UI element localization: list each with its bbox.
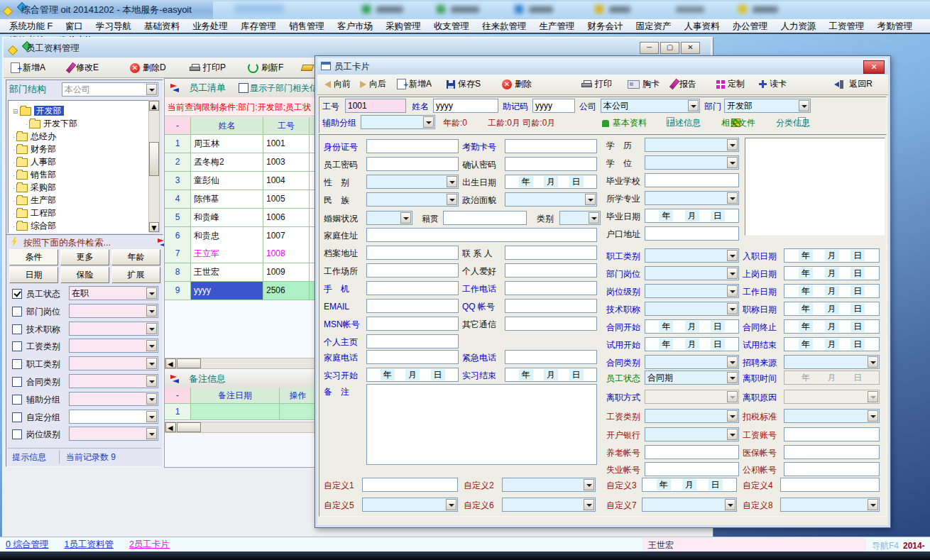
employee-name-cell[interactable]: 王立军 — [191, 245, 263, 263]
filter-select-员工状态[interactable]: 在职 — [69, 286, 158, 300]
remark-textarea[interactable] — [366, 384, 597, 465]
toolbar-button-1[interactable]: 新增A — [11, 60, 45, 75]
idno-input[interactable] — [366, 139, 459, 153]
emergphone-input[interactable] — [505, 350, 597, 364]
filter-select-技术职称[interactable] — [69, 322, 158, 336]
trialstart-datefield[interactable]: 年月日 — [645, 337, 739, 351]
filter-checkbox-自定分组[interactable] — [12, 412, 22, 422]
salaryacct-input[interactable] — [784, 427, 880, 441]
hukou-input[interactable] — [645, 226, 739, 241]
c6-select[interactable] — [502, 498, 596, 512]
workdate-datefield[interactable]: 年月日 — [784, 284, 880, 298]
row-number[interactable]: 6 — [165, 227, 191, 246]
filter-button-保险[interactable]: 保险 — [60, 267, 109, 283]
row-number[interactable]: 4 — [165, 190, 191, 209]
chevron-down-icon[interactable] — [146, 323, 157, 334]
employee-name-cell[interactable]: 陈伟基 — [191, 190, 263, 209]
employee-name-cell[interactable]: 和贵忠 — [191, 227, 263, 246]
tree-item[interactable]: ·生产部 — [13, 194, 56, 206]
homepage-input[interactable] — [366, 334, 459, 348]
menu-item[interactable]: 库存管理 — [234, 19, 283, 33]
row-number[interactable]: 7 — [165, 245, 191, 263]
trialend-datefield[interactable]: 年月日 — [784, 337, 880, 351]
row-number[interactable]: 8 — [165, 263, 191, 282]
tree-item[interactable]: ·总经办 — [13, 131, 56, 142]
filter-select-工资类别[interactable] — [69, 339, 158, 353]
notes-hscroll[interactable]: ◄ — [165, 422, 317, 433]
scroll-up-button[interactable]: ▲ — [149, 101, 159, 111]
graddate-datefield[interactable]: 年月日 — [645, 209, 739, 223]
task-item[interactable]: 0 综合管理 — [6, 539, 48, 551]
attno-input[interactable] — [505, 139, 597, 153]
chevron-down-icon[interactable] — [146, 340, 157, 351]
workphone-input[interactable] — [505, 281, 597, 295]
c8-select[interactable] — [780, 498, 880, 512]
employee-hscroll[interactable]: ◄ — [165, 358, 317, 369]
note-date-cell[interactable] — [191, 404, 280, 420]
hobby-input[interactable] — [505, 263, 597, 278]
task-item[interactable]: 2员工卡片 — [129, 539, 170, 551]
menu-item[interactable]: 系统功能 F — [3, 19, 59, 33]
chevron-down-icon[interactable] — [727, 356, 738, 368]
hiredate-datefield[interactable]: 年月日 — [784, 248, 880, 263]
employee-id-cell[interactable]: 1009 — [263, 263, 310, 282]
filter-button-扩展[interactable]: 扩展 — [111, 267, 160, 283]
email-input[interactable] — [366, 299, 459, 313]
employee-id-cell[interactable]: 1001 — [263, 135, 310, 153]
contractend-datefield[interactable]: 年月日 — [784, 319, 880, 334]
contracttype-select[interactable] — [645, 355, 739, 369]
employee-name-cell[interactable]: 和贵峰 — [191, 209, 263, 227]
chevron-down-icon[interactable] — [727, 429, 738, 440]
filter-checkbox-合同类别[interactable] — [12, 377, 22, 387]
employee-name-cell[interactable]: 周玉林 — [191, 135, 263, 153]
filter-select-部门岗位[interactable] — [69, 304, 158, 318]
task-item[interactable]: 1员工资料管 — [64, 539, 113, 551]
filter-button-年龄[interactable]: 年龄 — [111, 249, 160, 265]
toolbar-button-4[interactable]: 打印P — [190, 60, 226, 75]
filter-button-日期[interactable]: 日期 — [9, 267, 58, 283]
filter-select-辅助分组[interactable] — [69, 392, 158, 406]
row-number[interactable]: 2 — [165, 153, 191, 172]
internstart-datefield[interactable]: 年月日 — [366, 368, 459, 382]
chevron-down-icon[interactable] — [146, 358, 157, 369]
close-window-button[interactable]: ✕ — [681, 42, 700, 54]
employee-id-cell[interactable]: 1008 — [263, 245, 310, 263]
employee-name-cell[interactable]: 孟冬梅2 — [191, 153, 263, 172]
employee-id-cell[interactable]: 1006 — [263, 209, 310, 227]
filter-checkbox-部门岗位[interactable] — [12, 307, 22, 317]
menu-item[interactable]: 固定资产 — [630, 19, 678, 33]
employee-name-cell[interactable]: 童彭仙 — [191, 172, 263, 190]
menu-item[interactable]: 客户市场 — [331, 19, 379, 33]
filter-checkbox-工资类别[interactable] — [12, 341, 22, 351]
chevron-down-icon[interactable] — [146, 428, 157, 439]
toolbar-button-3[interactable]: ✕删除D — [130, 60, 166, 75]
filter-checkbox-职工类别[interactable] — [12, 359, 22, 369]
chevron-down-icon[interactable] — [146, 393, 157, 405]
major-select[interactable] — [645, 191, 739, 205]
chevron-down-icon[interactable] — [868, 499, 878, 510]
birthdate-datefield[interactable]: 年月日 — [505, 175, 597, 189]
restore-button[interactable]: ▢ — [660, 42, 679, 54]
employee-id-cell[interactable]: 1003 — [263, 153, 310, 172]
chevron-down-icon[interactable] — [447, 176, 457, 187]
othercomm-input[interactable] — [505, 317, 597, 331]
menu-item[interactable]: 业务处理 — [186, 19, 234, 33]
workplace-input[interactable] — [366, 263, 459, 278]
chevron-down-icon[interactable] — [727, 372, 738, 383]
contact-input[interactable] — [505, 246, 597, 260]
taxstd-select[interactable] — [784, 409, 880, 423]
salarytype-select[interactable] — [645, 409, 739, 423]
gender-select[interactable] — [366, 175, 459, 189]
category-select[interactable] — [559, 211, 601, 225]
toolbar-button-2[interactable]: 修改E — [69, 60, 99, 75]
scroll-left-button[interactable]: ◄ — [165, 422, 176, 432]
filter-select-岗位级别[interactable] — [69, 427, 158, 441]
chevron-down-icon[interactable] — [727, 192, 738, 204]
chevron-down-icon[interactable] — [146, 375, 157, 387]
menu-item[interactable]: 往来款管理 — [476, 19, 533, 33]
bank-select[interactable] — [645, 427, 739, 441]
empcat-select[interactable] — [645, 248, 739, 263]
internend-datefield[interactable]: 年月日 — [505, 368, 597, 382]
employee-id-cell[interactable]: 1007 — [263, 227, 310, 246]
homeaddr-input[interactable] — [366, 228, 597, 242]
